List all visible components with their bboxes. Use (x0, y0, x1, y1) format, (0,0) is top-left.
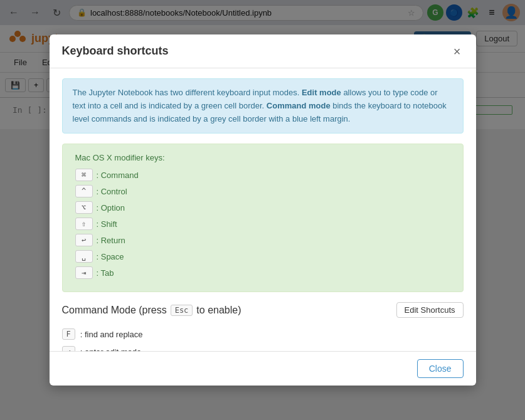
modal-overlay: Keyboard shortcuts × The Jupyter Noteboo… (0, 0, 525, 420)
modal-body: The Jupyter Notebook has two different k… (50, 68, 476, 351)
key-symbol: ␣ (75, 250, 93, 263)
mac-keys-box: Mac OS X modifier keys: ⌘: Command^: Con… (62, 144, 464, 292)
key-label: : Space (97, 252, 124, 261)
keys-box-title: Mac OS X modifier keys: (75, 153, 450, 162)
key-row: ⇥: Tab (75, 266, 450, 279)
key-row: ⌘: Command (75, 169, 450, 181)
esc-key-badge: Esc (171, 305, 193, 316)
shortcut-row: ↩: enter edit mode (62, 343, 464, 351)
key-label: : Option (97, 203, 125, 213)
key-label: : Shift (97, 219, 117, 229)
key-symbol: ↩ (75, 234, 93, 246)
cmd-mode-title: Command Mode (press Esc to enable) (62, 305, 241, 316)
keyboard-shortcuts-modal: Keyboard shortcuts × The Jupyter Noteboo… (50, 34, 476, 386)
key-row: ↩: Return (75, 234, 450, 246)
close-button[interactable]: Close (417, 359, 464, 378)
key-symbol: ⌥ (75, 201, 93, 214)
key-label: : Command (97, 171, 139, 180)
key-row: ^: Control (75, 185, 450, 197)
key-row: ⌥: Option (75, 201, 450, 214)
cmd-mode-title-text: Command Mode (press (62, 305, 167, 316)
shortcut-row: F: find and replace (62, 325, 464, 343)
edit-mode-highlight: Edit mode (302, 88, 341, 97)
modal-title: Keyboard shortcuts (62, 45, 169, 58)
key-label: : Return (97, 236, 125, 245)
modal-footer: Close (50, 351, 476, 386)
key-symbol: ⇧ (75, 218, 93, 230)
cmd-mode-header: Command Mode (press Esc to enable) Edit … (62, 302, 464, 318)
key-label: : Control (97, 187, 127, 196)
info-text-1: The Jupyter Notebook has two different k… (73, 88, 302, 97)
shortcut-label: : find and replace (80, 330, 143, 339)
key-row: ␣: Space (75, 250, 450, 263)
shortcuts-list: F: find and replace↩: enter edit mode⌘⇧F… (62, 325, 464, 351)
modal-close-button[interactable]: × (451, 45, 464, 58)
cmd-mode-highlight: Command mode (267, 101, 331, 110)
command-mode-section: Command Mode (press Esc to enable) Edit … (62, 302, 464, 351)
modal-header: Keyboard shortcuts × (50, 34, 476, 68)
key-symbol: ⌘ (75, 169, 93, 181)
cmd-mode-title-end: to enable) (196, 305, 241, 316)
key-label: : Tab (97, 268, 114, 278)
shortcut-key: F (62, 328, 75, 340)
info-box: The Jupyter Notebook has two different k… (62, 78, 464, 134)
shortcut-key: ↩ (62, 346, 75, 351)
key-symbol: ^ (75, 185, 93, 197)
key-symbol: ⇥ (75, 266, 93, 279)
keys-list: ⌘: Command^: Control⌥: Option⇧: Shift↩: … (75, 169, 450, 279)
edit-shortcuts-button[interactable]: Edit Shortcuts (396, 302, 464, 318)
key-row: ⇧: Shift (75, 218, 450, 230)
